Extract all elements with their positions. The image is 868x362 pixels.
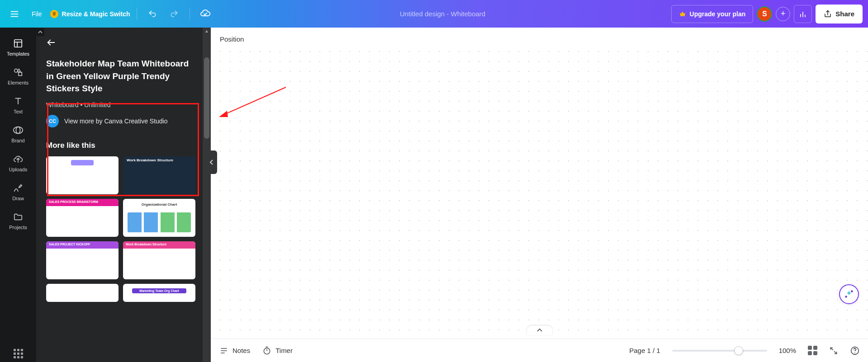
rail-item-templates[interactable]: Templates — [0, 33, 36, 62]
rail-label: Draw — [12, 196, 24, 201]
cloud-sync-button[interactable] — [196, 5, 214, 23]
text-icon — [13, 96, 23, 106]
bottom-bar: Notes Timer Page 1 / 1 100% — [211, 338, 868, 362]
notes-button[interactable]: Notes — [219, 346, 250, 356]
file-menu-button[interactable]: File — [27, 5, 47, 23]
author-text: View more by Canva Creative Studio — [64, 118, 168, 125]
svg-rect-11 — [19, 72, 22, 75]
collapse-panel-button[interactable] — [206, 150, 217, 174]
zoom-slider[interactable] — [672, 350, 767, 352]
analytics-button[interactable] — [794, 5, 812, 23]
svg-point-21 — [845, 296, 847, 297]
avatar[interactable]: S — [757, 6, 772, 22]
doc-title-container: Untitled design - Whiteboard — [218, 10, 668, 18]
template-thumb[interactable]: Work Breakdown Structure — [123, 241, 195, 279]
arrow-left-icon — [46, 38, 56, 47]
author-link[interactable]: CC View more by Canva Creative Studio — [46, 115, 195, 127]
cloud-check-icon — [200, 9, 211, 19]
rail-item-draw[interactable]: Draw — [0, 178, 36, 207]
rail-label: Brand — [11, 138, 24, 143]
resize-magic-switch-button[interactable]: ♛ Resize & Magic Switch — [50, 5, 130, 23]
rail-item-text[interactable]: Text — [0, 91, 36, 120]
thumb-label: Organizational Chart — [123, 202, 195, 207]
author-badge: CC — [46, 115, 59, 127]
template-thumb[interactable]: Work Breakdown Structure — [123, 156, 195, 194]
thumb-label: Marketing Team Org Chart — [132, 288, 186, 293]
top-bar: File ♛ Resize & Magic Switch Untitled de… — [0, 0, 868, 28]
rail-item-elements[interactable]: Elements — [0, 62, 36, 91]
zoom-level[interactable]: 100% — [779, 347, 796, 354]
help-icon — [850, 346, 860, 356]
bar-chart-icon — [798, 9, 807, 19]
notes-icon — [219, 346, 229, 356]
panel-content: Stakeholder Map Team Whiteboard in Green… — [36, 47, 211, 306]
position-button[interactable]: Position — [220, 35, 244, 43]
share-button[interactable]: Share — [816, 5, 863, 24]
rail-label: Elements — [8, 80, 28, 85]
magic-assist-button[interactable] — [839, 284, 859, 304]
template-thumb[interactable] — [46, 284, 119, 302]
help-button[interactable] — [850, 346, 860, 356]
rail-resize-nub[interactable] — [36, 28, 44, 36]
scroll-up-arrow-icon: ▲ — [203, 28, 211, 33]
template-thumb[interactable]: SALES PROJECT KICKOFF — [46, 241, 119, 279]
elements-icon — [13, 67, 23, 77]
thumb-label: SALES PROJECT KICKOFF — [49, 243, 119, 246]
svg-point-14 — [14, 127, 23, 134]
rail-item-projects[interactable]: Projects — [0, 207, 36, 235]
folder-icon — [13, 212, 23, 222]
template-thumb[interactable]: Sitemap — [46, 156, 119, 194]
panel-scrollbar[interactable]: ▲ — [203, 28, 211, 362]
svg-line-18 — [223, 87, 286, 115]
rail-item-uploads[interactable]: Uploads — [0, 149, 36, 178]
canvas-area: Position Notes Timer Page 1 / 1 100% — [211, 28, 868, 362]
thumb-label: Sitemap — [46, 160, 119, 165]
apps-icon — [14, 349, 23, 358]
undo-button[interactable] — [143, 5, 161, 23]
rail-label: Text — [14, 109, 23, 114]
template-thumb[interactable]: SALES PROCESS BRAINSTORM — [46, 199, 119, 237]
rail-item-brand[interactable]: Brand — [0, 120, 36, 149]
add-member-button[interactable]: + — [776, 7, 790, 21]
undo-icon — [148, 9, 157, 19]
panel-back-button[interactable] — [36, 28, 211, 47]
templates-icon — [13, 38, 23, 48]
redo-icon — [170, 9, 179, 19]
rail-item-apps[interactable] — [0, 343, 36, 362]
share-label: Share — [835, 10, 854, 18]
crown-icon: ♛ — [50, 10, 58, 18]
template-thumb[interactable]: Organizational Chart — [123, 199, 195, 237]
share-icon — [824, 10, 832, 18]
rail-label: Templates — [7, 51, 29, 56]
hamburger-menu-button[interactable] — [5, 5, 24, 23]
svg-point-20 — [851, 291, 853, 292]
sparkle-icon — [844, 289, 854, 299]
rail-label: Uploads — [9, 167, 27, 172]
thumb-label: SALES PROCESS BRAINSTORM — [49, 200, 119, 203]
annotation-arrow — [214, 85, 291, 121]
plus-icon: + — [781, 9, 786, 19]
template-panel: Stakeholder Map Team Whiteboard in Green… — [36, 28, 211, 362]
draw-icon — [13, 183, 23, 193]
redo-button[interactable] — [165, 5, 183, 23]
template-thumb[interactable]: Marketing Team Org Chart — [123, 284, 195, 302]
timer-button[interactable]: Timer — [262, 346, 293, 356]
zoom-slider-handle[interactable] — [735, 347, 743, 355]
brand-icon — [13, 125, 24, 135]
whiteboard[interactable] — [211, 51, 868, 338]
separator — [137, 8, 137, 20]
hamburger-icon — [9, 9, 19, 19]
timer-label: Timer — [275, 347, 293, 354]
svg-point-25 — [264, 348, 270, 354]
grid-view-button[interactable] — [808, 346, 817, 355]
chevron-left-icon — [209, 159, 214, 165]
fullscreen-button[interactable] — [829, 346, 838, 355]
page-count: Page 1 / 1 — [629, 347, 660, 354]
separator — [190, 8, 190, 20]
scrollbar-thumb[interactable] — [204, 57, 209, 139]
rail-label: Projects — [9, 225, 27, 230]
show-pages-button[interactable] — [527, 326, 552, 335]
grid-icon — [808, 346, 817, 355]
doc-title[interactable]: Untitled design - Whiteboard — [400, 10, 485, 18]
upgrade-button[interactable]: Upgrade your plan — [671, 5, 754, 23]
